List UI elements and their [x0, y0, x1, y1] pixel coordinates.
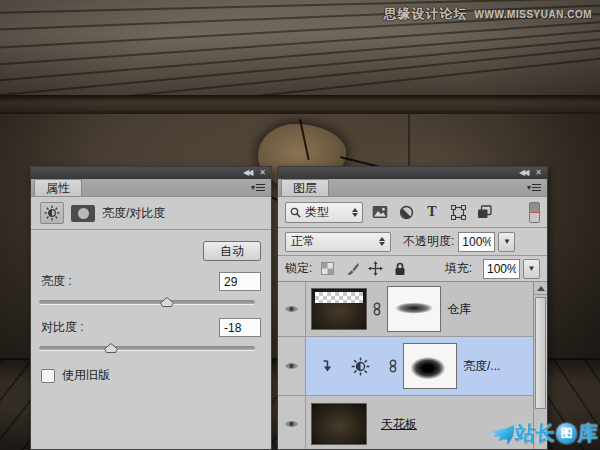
brightness-slider-track[interactable]	[39, 300, 255, 304]
fill-label: 填充:	[445, 260, 472, 277]
brush-icon	[345, 262, 359, 276]
contrast-slider-track[interactable]	[39, 346, 255, 350]
contrast-slider-thumb[interactable]	[104, 343, 118, 353]
filter-adjustment-layers-button[interactable]	[397, 203, 415, 221]
spinner-icon	[379, 237, 385, 246]
image-icon	[372, 205, 388, 219]
brightness-row: 亮度 :	[41, 272, 261, 291]
menu-arrow-icon: ▾	[527, 183, 531, 192]
lock-pixels-button[interactable]	[343, 260, 360, 277]
auto-button[interactable]: 自动	[203, 241, 261, 261]
fill-input[interactable]	[483, 259, 520, 279]
filter-type-label: 类型	[305, 204, 348, 221]
visibility-toggle[interactable]	[278, 282, 306, 336]
blend-mode-row: 正常 不透明度: ▼	[278, 227, 547, 255]
menu-lines-icon	[256, 184, 265, 191]
close-panel-button[interactable]: ✕	[535, 169, 542, 177]
layer-thumbnail[interactable]	[311, 288, 367, 330]
layer-row-brightness-selected[interactable]: 亮度/...	[278, 337, 547, 396]
flame-icon	[481, 421, 515, 447]
lock-all-button[interactable]	[391, 260, 408, 277]
watermark-logo-circle: 图	[556, 423, 577, 444]
brightness-label: 亮度 :	[41, 273, 72, 290]
opacity-input[interactable]	[458, 232, 495, 252]
layer-thumbnail[interactable]	[311, 403, 367, 445]
adjustment-layer-thumbnail[interactable]	[337, 344, 383, 388]
blend-mode-dropdown[interactable]: 正常	[285, 232, 391, 252]
eye-icon	[284, 419, 299, 429]
layer-name[interactable]: 仓库	[447, 301, 471, 318]
collapse-panel-button[interactable]: ◀◀	[243, 169, 251, 177]
brightness-contrast-icon	[40, 202, 64, 224]
tab-properties[interactable]: 属性	[34, 179, 82, 196]
lock-icon	[394, 262, 406, 276]
layers-panel: ◀◀ ✕ 图层 ▾ 类型	[277, 166, 548, 450]
link-icon	[389, 359, 397, 373]
blend-mode-value: 正常	[291, 233, 379, 250]
contrast-row: 对比度 :	[41, 318, 261, 337]
contrast-slider[interactable]	[39, 342, 255, 354]
panel-menu-button[interactable]: ▾	[527, 183, 541, 192]
watermark-site: 思缘设计论坛 WWW.MISSYUAN.COM	[384, 5, 592, 23]
collapse-panel-button[interactable]: ◀◀	[519, 169, 527, 177]
layer-name[interactable]: 亮度/...	[463, 358, 500, 375]
properties-tab-bar: 属性 ▾	[31, 179, 271, 197]
eye-icon	[284, 304, 299, 314]
clipping-mask-icon	[320, 360, 331, 372]
layer-row-cangku[interactable]: 仓库	[278, 282, 547, 337]
contrast-label: 对比度 :	[41, 319, 84, 336]
contrast-input[interactable]	[219, 318, 261, 337]
brightness-slider[interactable]	[39, 296, 255, 308]
scrollbar-thumb[interactable]	[535, 297, 546, 409]
layer-mask-thumbnail[interactable]	[403, 343, 457, 389]
filter-shape-layers-button[interactable]	[449, 203, 467, 221]
legacy-row: 使用旧版	[41, 367, 110, 384]
filter-type-dropdown[interactable]: 类型	[285, 202, 363, 223]
fill-dropdown-button[interactable]: ▼	[523, 259, 540, 279]
layers-panel-titlebar: ◀◀ ✕	[278, 167, 547, 179]
link-icon	[373, 302, 381, 316]
opacity-dropdown-button[interactable]: ▼	[498, 232, 515, 252]
visibility-toggle[interactable]	[278, 337, 306, 395]
scrollbar-up-button[interactable]	[534, 282, 547, 295]
watermark-site-name: 思缘设计论坛	[384, 5, 468, 23]
panel-menu-button[interactable]: ▾	[251, 183, 265, 192]
mask-thumbnail-icon[interactable]	[71, 205, 95, 222]
lock-row: 锁定:	[278, 255, 547, 281]
layer-name[interactable]: 天花板	[381, 416, 417, 433]
layer-mask-thumbnail[interactable]	[387, 286, 441, 332]
photoshop-workspace: 思缘设计论坛 WWW.MISSYUAN.COM ◀◀ ✕ 属性 ▾	[0, 0, 600, 450]
use-legacy-checkbox[interactable]	[41, 369, 55, 383]
filter-toggle-switch[interactable]	[529, 202, 540, 223]
filter-smart-objects-button[interactable]	[475, 203, 493, 221]
shape-frame-icon	[451, 205, 466, 220]
lock-position-button[interactable]	[367, 260, 384, 277]
properties-body: 自动 亮度 : 对比度 :	[31, 230, 271, 449]
lock-transparency-button[interactable]	[319, 260, 336, 277]
sun-icon	[44, 205, 60, 221]
filter-type-layers-button[interactable]: T	[423, 203, 441, 221]
layer-filter-row: 类型 T	[278, 197, 547, 227]
use-legacy-label: 使用旧版	[62, 367, 110, 384]
adjustment-header: 亮度/对比度	[31, 197, 271, 230]
adjustment-title: 亮度/对比度	[102, 205, 165, 222]
brightness-input[interactable]	[219, 272, 261, 291]
transparency-checker	[315, 292, 363, 303]
close-panel-button[interactable]: ✕	[259, 169, 266, 177]
tab-layers[interactable]: 图层	[281, 179, 329, 196]
eye-icon	[284, 361, 299, 371]
visibility-toggle[interactable]	[278, 396, 306, 449]
properties-panel-titlebar: ◀◀ ✕	[31, 167, 271, 179]
adjustment-circle-icon	[399, 205, 414, 220]
menu-arrow-icon: ▾	[251, 183, 255, 192]
brightness-sun-icon	[351, 357, 370, 376]
opacity-label: 不透明度:	[403, 233, 454, 250]
watermark-logo-text-2: 库	[577, 420, 599, 447]
watermark-site-url: WWW.MISSYUAN.COM	[475, 9, 592, 20]
properties-panel: ◀◀ ✕ 属性 ▾	[30, 166, 272, 450]
filter-pixel-layers-button[interactable]	[371, 203, 389, 221]
brightness-slider-thumb[interactable]	[160, 297, 174, 307]
text-T-icon: T	[427, 205, 436, 219]
watermark-logo-text-1: 站长	[514, 420, 556, 447]
move-icon	[368, 261, 383, 276]
